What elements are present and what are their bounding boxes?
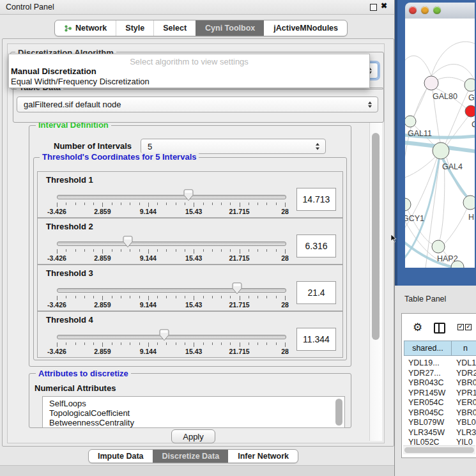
slider-track[interactable] <box>57 242 286 246</box>
network-edge[interactable] <box>405 56 431 76</box>
apply-button-label: Apply <box>183 432 204 441</box>
tick-mark <box>194 342 194 347</box>
network-window-titlebar[interactable] <box>405 3 475 19</box>
checkbox-icon[interactable]: ✓ <box>457 324 464 330</box>
table-cell-name[interactable]: YER0 <box>456 398 476 407</box>
tick-mark <box>230 203 231 205</box>
zoom-traffic-button[interactable] <box>433 6 441 14</box>
panel-vertical-scrollbar[interactable] <box>369 123 382 441</box>
network-edge[interactable] <box>440 159 445 240</box>
table-hscrollbar-thumb[interactable] <box>404 447 474 453</box>
table-header-name[interactable]: n <box>451 341 476 356</box>
close-traffic-button[interactable] <box>409 6 417 14</box>
bottom-tab-impute-data[interactable]: Impute Data <box>89 450 153 463</box>
bottom-tab-discretize-data[interactable]: Discretize Data <box>153 450 229 463</box>
checkbox-icon[interactable]: ✓ <box>465 324 472 330</box>
tick-mark <box>57 249 58 254</box>
table-header-shared[interactable]: shared... <box>404 341 452 356</box>
threshold-value-field[interactable]: 14.713 <box>296 188 336 211</box>
tab-label: Discretize Data <box>162 452 220 461</box>
minimize-traffic-button[interactable] <box>421 6 429 14</box>
table-data-combobox-value: galFiltered.sif default node <box>24 100 121 109</box>
table-cell-shared[interactable]: YLR345W <box>408 428 445 437</box>
bottom-tab-infer-network[interactable]: Infer Network <box>228 450 298 463</box>
threshold-value-field[interactable]: 21.4 <box>296 281 336 304</box>
table-data-combobox[interactable]: galFiltered.sif default node <box>17 96 378 112</box>
network-edge[interactable] <box>447 116 468 146</box>
table-cell-shared[interactable]: YPR145W <box>408 388 445 397</box>
slider-handle[interactable] <box>232 282 242 295</box>
slider-handle[interactable] <box>159 329 169 341</box>
tab-network[interactable]: Network <box>55 20 116 36</box>
network-node[interactable] <box>464 79 475 91</box>
tick-mark <box>93 203 94 205</box>
tick-label: 9.144 <box>140 254 157 262</box>
list-scrollbar-thumb[interactable] <box>335 399 342 426</box>
tick-mark <box>276 249 277 252</box>
table-cell-name[interactable]: YDL1 <box>456 358 476 367</box>
slider-track[interactable] <box>57 335 286 339</box>
popup-option[interactable]: Equal Width/Frequency Discretization <box>9 77 371 86</box>
network-node[interactable] <box>465 105 475 117</box>
table-cell-name[interactable]: YPR1 <box>456 388 476 397</box>
tab-cyni-toolbox[interactable]: Cyni Toolbox <box>196 20 264 36</box>
threshold-coordinates-title: Threshold's Coordinates for 5 Intervals <box>40 153 199 161</box>
table-row[interactable]: YBR045CYBR0 <box>402 408 476 418</box>
network-node[interactable] <box>424 76 438 90</box>
network-node[interactable] <box>432 240 445 253</box>
network-edge[interactable] <box>443 208 467 245</box>
tick-mark <box>139 342 140 345</box>
slider-handle[interactable] <box>123 236 133 248</box>
table-row[interactable]: YBL079WYBL0 <box>402 417 476 427</box>
network-edge[interactable] <box>431 64 474 79</box>
table-cell-name[interactable]: YDR2 <box>456 369 476 378</box>
list-item[interactable]: TopologicalCoefficient <box>49 408 130 418</box>
table-cell-name[interactable]: YLR3 <box>456 428 476 437</box>
popup-option[interactable]: Manual Discretization <box>9 66 371 76</box>
table-row[interactable]: YER054CYER0 <box>402 397 476 408</box>
gear-icon[interactable]: ⚙ <box>413 321 422 334</box>
network-node[interactable] <box>433 142 449 159</box>
tick-mark <box>185 342 185 345</box>
table-cell-shared[interactable]: YBL079W <box>408 418 444 427</box>
table-row[interactable]: YDL19...YDL1 <box>402 358 476 368</box>
table-cell-shared[interactable]: YER054C <box>408 398 444 407</box>
apply-button[interactable]: Apply <box>171 429 215 443</box>
tick-mark <box>221 342 222 345</box>
panel-scrollbar-thumb[interactable] <box>372 133 380 340</box>
table-row[interactable]: YPR145WYPR1 <box>402 388 476 398</box>
slider-track[interactable] <box>57 195 286 199</box>
slider-handle[interactable] <box>183 189 194 201</box>
tab-select[interactable]: Select <box>153 20 196 36</box>
list-item[interactable]: SelfLoops <box>49 399 86 408</box>
table-panel-title: Table Panel <box>404 295 446 303</box>
number-of-intervals-value: 5 <box>148 142 152 151</box>
network-edge[interactable] <box>437 77 465 82</box>
slider-track[interactable] <box>57 288 286 293</box>
tick-mark <box>176 203 176 205</box>
network-node[interactable] <box>405 116 416 127</box>
table-cell-shared[interactable]: YDL19... <box>408 358 440 367</box>
table-row[interactable]: YLR345WYLR3 <box>402 427 476 438</box>
table-cell-shared[interactable]: YDR27... <box>408 369 441 378</box>
table-row[interactable]: YDR27...YDR2 <box>402 368 476 378</box>
table-horizontal-scrollbar[interactable] <box>403 445 475 454</box>
network-canvas[interactable]: GAL80GACGAL11GAL4HGCY1HAP2 <box>405 19 475 268</box>
network-node[interactable] <box>463 196 475 210</box>
table-cell-name[interactable]: YBR0 <box>456 378 476 387</box>
threshold-value-field[interactable]: 6.316 <box>296 234 336 257</box>
column-split-icon[interactable] <box>434 323 445 334</box>
list-item[interactable]: BetweennessCentrality <box>49 418 134 427</box>
network-node[interactable] <box>405 198 411 211</box>
table-cell-shared[interactable]: YBR045C <box>408 408 444 417</box>
table-cell-name[interactable]: YBR0 <box>456 408 476 417</box>
table-cell-name[interactable]: YBL0 <box>456 418 476 427</box>
numerical-attributes-list[interactable]: SelfLoopsTopologicalCoefficientBetweenne… <box>42 396 345 428</box>
close-icon[interactable]: ✖ <box>381 1 387 10</box>
threshold-value-field[interactable]: 11.344 <box>296 328 336 351</box>
table-cell-shared[interactable]: YBR043C <box>408 378 444 387</box>
float-window-icon[interactable] <box>370 4 377 11</box>
tab-jactivemnodules[interactable]: jActiveMNodules <box>264 20 347 36</box>
tab-style[interactable]: Style <box>116 20 153 36</box>
table-row[interactable]: YBR043CYBR0 <box>402 378 476 388</box>
